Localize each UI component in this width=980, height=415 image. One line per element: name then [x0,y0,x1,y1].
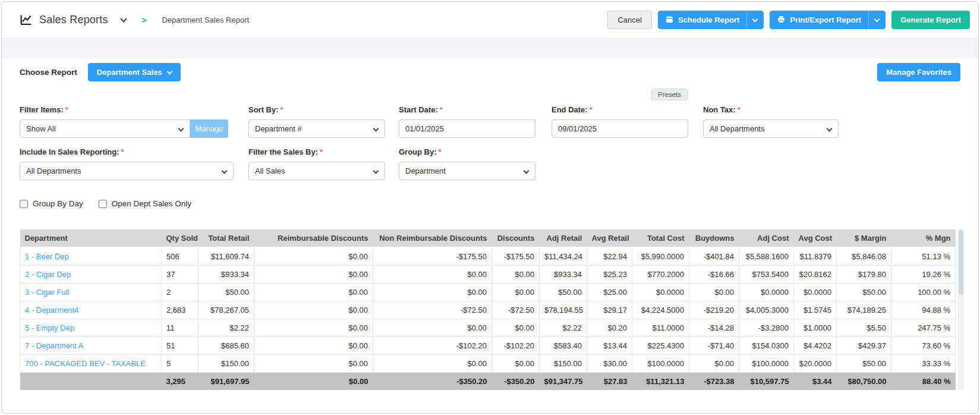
column-header: Non Reimbursable Discounts [373,229,492,247]
print-export-report-caret[interactable] [868,11,885,29]
sort-by-select[interactable]: Department # [248,120,385,138]
table-cell: $11.8379 [794,247,837,266]
table-cell: $1.0000 [794,319,837,337]
totals-cell: $80,750.00 [837,373,891,391]
column-header: Buydowns [689,229,739,247]
table-cell: -$3.2800 [739,319,794,337]
table-cell: $11.0000 [632,319,689,337]
group-by-day-label: Group By Day [33,199,83,208]
column-header: Qty Sold [162,229,198,247]
print-export-report-label: Print/Export Report [790,15,861,24]
department-link[interactable]: 5 - Empty Dep [25,323,74,332]
group-by-day-checkbox[interactable] [20,200,28,208]
table-cell: 19.26 % [891,266,956,284]
totals-cell: $10,597.75 [739,373,794,391]
include-in-sales-reporting-select[interactable]: All Departments [20,162,234,180]
table-cell: 247.75 % [891,319,956,337]
group-by-select[interactable]: Department [399,162,535,180]
start-date-label: Start Date: [399,105,438,114]
table-cell: $1.5745 [794,301,837,319]
table-cell: $0.0000 [794,284,837,301]
totals-cell: $91,697.95 [198,373,254,391]
required-marker: * [439,147,442,156]
generate-report-button[interactable]: Generate Report [891,11,970,29]
required-marker: * [440,105,443,114]
department-link[interactable]: 700 - PACKAGED BEV - TAXABLE [25,359,146,368]
table-scrollbar-thumb[interactable] [959,229,963,295]
non-tax-select[interactable]: All Departments [703,120,839,138]
table-cell: $5,588.1600 [739,247,794,266]
totals-cell: 3,295 [162,373,198,391]
schedule-report-button[interactable]: Schedule Report [658,11,764,29]
table-cell: $25.00 [587,284,632,301]
department-link[interactable]: 2 - Cigar Dep [25,270,71,279]
table-cell: $78,194.55 [540,301,587,319]
chevron-down-icon [827,126,833,132]
printer-icon [777,15,785,25]
print-export-report-button[interactable]: Print/Export Report [770,11,886,29]
start-date-input[interactable] [405,124,529,133]
filter-the-sales-by-group: Filter the Sales By:* All Sales [248,147,385,180]
table-cell: $0.00 [492,319,540,337]
table-cell: $74,189.25 [837,301,891,319]
manage-filter-button[interactable]: Manage [190,120,228,138]
table-cell: $4,224.5000 [632,301,689,319]
department-cell: 4 - Deparment4 [20,301,162,319]
filter-items-select[interactable]: Show All [20,120,190,138]
group-by-group: Group By:* Department [399,147,535,180]
table-cell: $933.34 [198,266,254,284]
required-marker: * [320,147,323,156]
table-cell: 94.88 % [891,301,956,319]
filter-items-group: Filter Items:* Show All Manage [20,105,228,138]
column-header: $ Margin [837,229,891,247]
chevron-down-icon [524,168,530,174]
column-header: Reimbursable Discounts [254,229,373,247]
schedule-report-caret[interactable] [746,11,763,29]
filter-the-sales-by-label: Filter the Sales By: [248,147,318,156]
open-dept-sales-only-checkbox[interactable] [99,200,107,208]
department-link[interactable]: 4 - Deparment4 [25,306,78,315]
table-cell: $50.00 [540,284,587,301]
required-marker: * [281,105,283,114]
chevron-down-icon[interactable] [120,15,127,22]
totals-cell: -$723.38 [689,373,739,391]
group-by-day-option[interactable]: Group By Day [20,199,83,208]
breadcrumb: Sales Reports > Department Sales Report [20,14,249,26]
presets-button[interactable]: Presets [651,89,688,100]
table-cell: -$175.50 [373,247,492,266]
table-cell: $78,267.05 [198,301,254,319]
schedule-report-label: Schedule Report [678,15,739,24]
non-tax-label: Non Tax: [703,105,736,114]
table-cell: $154.0300 [739,337,794,355]
table-scrollbar[interactable] [958,229,964,390]
table-cell: $50.00 [837,284,891,301]
cancel-button[interactable]: Cancel [607,11,651,29]
table-cell: $5,846.08 [837,247,891,266]
table-cell: $0.00 [373,284,492,301]
table-cell: 100.00 % [891,284,956,301]
department-link[interactable]: 3 - Cigar Full [25,288,69,297]
non-tax-value: All Departments [710,124,764,133]
open-dept-sales-only-label: Open Dept Sales Only [112,199,191,208]
filter-the-sales-by-select[interactable]: All Sales [248,162,385,180]
department-cell: 3 - Cigar Full [20,284,162,301]
end-date-input[interactable] [558,124,682,133]
table-cell: $0.00 [492,355,540,373]
department-link[interactable]: 1 - Beer Dep [25,252,69,261]
table-cell: $20.8162 [794,266,837,284]
column-header: Adj Retail [540,229,587,247]
table-cell: -$72.50 [373,301,492,319]
manage-favorites-button[interactable]: Manage Favorites [877,63,960,81]
column-header: Total Cost [632,229,689,247]
department-link[interactable]: 7 - Department A [25,341,83,350]
table-body: 1 - Beer Dep506$11,609.74$0.00-$175.50-$… [20,247,956,373]
table-row: 5 - Empty Dep11$2.22$0.00$0.00$0.00$2.22… [20,319,956,337]
choose-report-dropdown[interactable]: Department Sales [88,63,181,81]
table-cell: $100.0000 [739,355,794,373]
table-row: 2 - Cigar Dep37$933.34$0.00$0.00$0.00$93… [20,266,956,284]
open-dept-sales-only-option[interactable]: Open Dept Sales Only [99,199,191,208]
table-cell: -$71.40 [689,337,739,355]
column-header: % Mgn [891,229,956,247]
table-cell: 51 [162,337,198,355]
table-cell: 5 [162,355,198,373]
